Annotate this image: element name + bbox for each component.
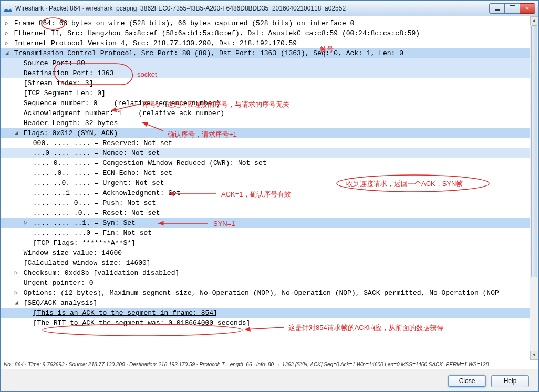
tree-row-flags[interactable]: ◢ Flags: 0x012 (SYN, ACK) xyxy=(1,128,538,138)
tree-row-flag-fin[interactable]: · .... .... ...0 = Fin: Not set xyxy=(1,228,538,238)
expand-icon[interactable]: ▷ xyxy=(13,267,19,277)
vertical-scrollbar[interactable]: ▲ ▼ xyxy=(530,16,538,360)
tree-row-wnd[interactable]: · Window size value: 14600 xyxy=(1,248,538,258)
tree-row-ackto[interactable]: · [This is an ACK to the segment in fram… xyxy=(1,308,538,318)
tree-row-seq[interactable]: · Sequence number: 0 (relative sequence … xyxy=(1,98,538,108)
close-window-button[interactable] xyxy=(520,3,535,14)
tree-row-seglen[interactable]: · [TCP Segment Len: 0] xyxy=(1,88,538,98)
help-button[interactable]: Help xyxy=(491,375,529,387)
expand-icon[interactable]: ▷ xyxy=(4,38,10,48)
status-bar: No.: 864 · Time: 9.762693 · Source: 218.… xyxy=(1,360,538,369)
tree-row-ip[interactable]: ▷ Internet Protocol Version 4, Src: 218.… xyxy=(1,38,538,48)
maximize-button[interactable] xyxy=(504,3,520,14)
tree-row-hdrlen[interactable]: · Header Length: 32 bytes xyxy=(1,118,538,128)
expand-icon[interactable]: ▷ xyxy=(4,28,10,38)
close-button[interactable]: Close xyxy=(448,375,486,387)
scroll-thumb[interactable] xyxy=(531,25,537,277)
tree-row-tcpflags-str[interactable]: · [TCP Flags: *******A**S*] xyxy=(1,238,538,248)
tree-row-seqack[interactable]: ◢ [SEQ/ACK analysis] xyxy=(1,298,538,308)
scroll-down-button[interactable]: ▼ xyxy=(530,351,538,360)
tree-row-ack[interactable]: · Acknowledgment number: 1 (relative ack… xyxy=(1,108,538,118)
window-title: Wireshark · Packet 864 · wireshark_pcapn… xyxy=(15,5,490,12)
tree-row-flag-psh[interactable]: · .... .... 0... = Push: Not set xyxy=(1,198,538,208)
window-controls xyxy=(490,3,535,14)
tree-row-flag-reserved[interactable]: · 000. .... .... = Reserved: Not set xyxy=(1,138,538,148)
expand-icon[interactable]: ▷ xyxy=(4,18,10,28)
tree-row-ethernet[interactable]: ▷ Ethernet II, Src: Hangzhou_5a:8c:ef (5… xyxy=(1,28,538,38)
button-bar: Close Help xyxy=(1,369,538,392)
tree-row-flag-ack[interactable]: · .... ...1 .... = Acknowledgment: Set xyxy=(1,188,538,198)
minimize-button[interactable] xyxy=(489,3,505,14)
tree-row-rtt[interactable]: · [The RTT to ACK the segment was: 0.018… xyxy=(1,318,538,328)
tree-row-flag-nonce[interactable]: · ...0 .... .... = Nonce: Not set xyxy=(1,148,538,158)
collapse-icon[interactable]: ◢ xyxy=(13,128,19,138)
tree-row-urgp[interactable]: · Urgent pointer: 0 xyxy=(1,278,538,288)
packet-tree[interactable]: ▷ Frame 864: 66 bytes on wire (528 bits)… xyxy=(1,16,538,360)
tree-row-checksum[interactable]: ▷ Checksum: 0xdd3b [validation disabled] xyxy=(1,268,538,278)
tree-row-flag-cwr[interactable]: · .... 0... .... = Congestion Window Red… xyxy=(1,158,538,168)
tree-row-flag-ecn[interactable]: · .... .0.. .... = ECN-Echo: Not set xyxy=(1,168,538,178)
expand-icon[interactable]: ▷ xyxy=(13,287,19,297)
tree-row-flag-urg[interactable]: · .... ..0. .... = Urgent: Not set xyxy=(1,178,538,188)
expand-icon[interactable]: ▷ xyxy=(23,218,29,228)
tree-row-srcport[interactable]: · Source Port: 80 xyxy=(1,58,538,68)
tree-row-cwnd[interactable]: · [Calculated window size: 14600] xyxy=(1,258,538,268)
wireshark-icon xyxy=(4,4,12,13)
tree-row-frame[interactable]: ▷ Frame 864: 66 bytes on wire (528 bits)… xyxy=(1,18,538,28)
tree-row-flag-rst[interactable]: · .... .... .0.. = Reset: Not set xyxy=(1,208,538,218)
collapse-icon[interactable]: ◢ xyxy=(4,48,10,58)
svg-rect-0 xyxy=(4,11,12,12)
tree-row-options[interactable]: ▷ Options: (12 bytes), Maximum segment s… xyxy=(1,288,538,298)
status-text: No.: 864 · Time: 9.762693 · Source: 218.… xyxy=(4,362,489,367)
tree-row-dstport[interactable]: · Destination Port: 1363 xyxy=(1,68,538,78)
titlebar: Wireshark · Packet 864 · wireshark_pcapn… xyxy=(1,1,538,16)
scroll-up-button[interactable]: ▲ xyxy=(530,16,538,25)
tree-row-flag-syn[interactable]: ▷ .... .... ..1. = Syn: Set xyxy=(1,218,538,228)
tree-row-tcp[interactable]: ◢ Transmission Control Protocol, Src Por… xyxy=(1,48,538,58)
collapse-icon[interactable]: ◢ xyxy=(13,297,19,307)
tree-row-stream[interactable]: · [Stream index: 3] xyxy=(1,78,538,88)
